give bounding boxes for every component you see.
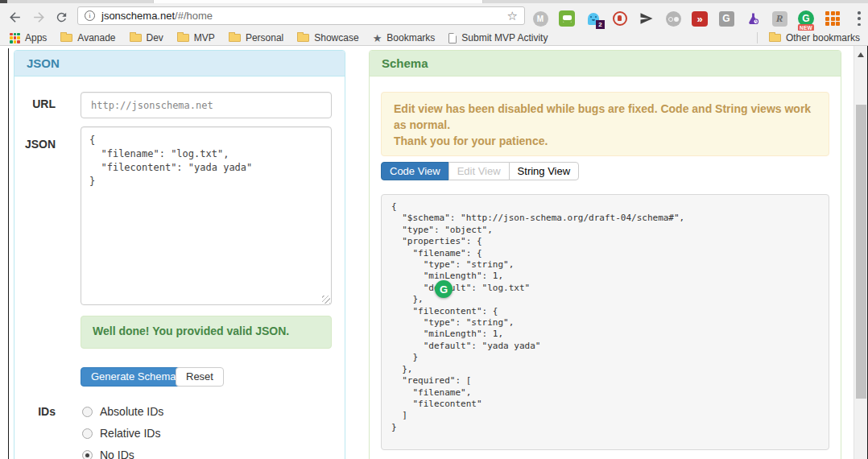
bookmark-folder-personal[interactable]: Personal [229, 32, 283, 43]
ids-label: IDs [14, 403, 56, 420]
grammarly-overlay-icon[interactable]: G [435, 280, 453, 298]
extension-ghostery-icon[interactable]: 2 [585, 10, 601, 27]
edit-view-notice: Edit view has been disabled while bugs a… [381, 92, 829, 156]
generate-schema-button[interactable]: Generate Schema [81, 367, 187, 387]
refresh-button[interactable] [53, 9, 69, 25]
url-label: URL [14, 96, 56, 112]
forward-icon [31, 10, 47, 25]
code-view-button[interactable]: Code View [381, 162, 449, 180]
browser-toolbar: i jsonschema.net /#/home ☆ M 2 [0, 3, 868, 31]
folder-icon [769, 34, 781, 42]
folder-icon [297, 34, 309, 42]
schema-panel: Schema Edit view has been disabled while… [369, 50, 841, 459]
extension-grid-icon[interactable] [825, 10, 841, 27]
bookmarks-separator [757, 32, 758, 43]
extension-printer-icon[interactable] [559, 10, 575, 27]
radio-icon[interactable] [82, 428, 93, 439]
notice-line-2: Thank you for your patience. [394, 133, 816, 149]
url-path: /#/home [175, 10, 213, 22]
radio-relative-ids[interactable]: Relative IDs [82, 427, 160, 440]
kebab-menu-icon [858, 11, 861, 26]
browser-window: i jsonschema.net /#/home ☆ M 2 [0, 0, 868, 459]
url-domain: jsonschema.net [101, 10, 175, 22]
extension-g-icon[interactable]: G [718, 10, 734, 27]
browser-menu-button[interactable] [851, 10, 867, 27]
notice-line-1: Edit view has been disabled while bugs a… [394, 101, 816, 133]
json-textarea[interactable]: { "filename": "log.txt", "filecontent": … [81, 126, 332, 305]
bookmarks-bar: Apps Avanade Dev MVP Personal Showcase ★… [0, 31, 868, 46]
schema-panel-title: Schema [370, 51, 841, 76]
radio-no-ids[interactable]: No IDs [82, 449, 134, 459]
bookmark-folder-mvp[interactable]: MVP [177, 32, 215, 43]
url-input[interactable] [81, 92, 332, 118]
json-panel: JSON URL JSON { "filename": "log.txt", "… [14, 50, 345, 459]
extension-fastforward-icon[interactable]: » [692, 10, 708, 27]
bookmark-folder-avanade[interactable]: Avanade [60, 32, 115, 43]
schema-code-block: { "$schema": "http://json-schema.org/dra… [381, 194, 829, 450]
folder-icon [130, 34, 142, 42]
bookmark-folder-dev[interactable]: Dev [130, 32, 163, 43]
refresh-icon [55, 10, 68, 24]
other-bookmarks-button[interactable]: Other bookmarks [769, 32, 860, 43]
radio-icon-selected[interactable] [82, 450, 93, 459]
json-label: JSON [14, 136, 56, 152]
extension-rocket-icon[interactable] [639, 10, 655, 27]
star-icon: ★ [373, 33, 382, 43]
page-icon [448, 33, 457, 43]
apps-grid-icon [10, 33, 20, 43]
bookmark-apps[interactable]: Apps [10, 32, 47, 43]
bookmark-bookmarks[interactable]: ★ Bookmarks [373, 32, 436, 43]
page-content: JSON URL JSON { "filename": "log.txt", "… [0, 46, 868, 459]
reset-button[interactable]: Reset [176, 367, 224, 387]
extension-glasses-icon[interactable] [665, 10, 681, 27]
extension-flask-icon[interactable] [745, 10, 761, 27]
extension-adblock-hand-icon[interactable] [612, 10, 628, 27]
bookmark-star-icon[interactable]: ☆ [507, 10, 518, 22]
extension-m-icon[interactable]: M [532, 10, 548, 27]
back-icon [7, 10, 23, 25]
page-info-icon[interactable]: i [85, 10, 95, 21]
content-left-edge [8, 48, 9, 459]
json-panel-title: JSON [14, 51, 345, 76]
valid-json-alert: Well done! You provided valid JSON. [81, 316, 332, 349]
folder-icon [60, 34, 72, 42]
scroll-up-arrow-icon[interactable] [858, 52, 864, 57]
view-button-group: Code View Edit View String View [381, 162, 579, 180]
extension-grammarly-icon[interactable]: G NEW [798, 10, 814, 27]
scrollbar-thumb[interactable] [856, 105, 866, 399]
address-bar[interactable]: i jsonschema.net /#/home ☆ [77, 6, 525, 25]
folder-icon [229, 34, 241, 42]
ghostery-badge: 2 [596, 20, 605, 29]
extension-row: M 2 » G [532, 6, 867, 31]
bookmark-submit-mvp[interactable]: Submit MVP Activity [448, 32, 548, 43]
edit-view-button[interactable]: Edit View [448, 162, 510, 180]
string-view-button[interactable]: String View [509, 162, 580, 180]
back-button[interactable] [6, 9, 23, 25]
forward-button[interactable] [31, 9, 47, 25]
radio-icon[interactable] [82, 407, 93, 417]
page-scrollbar[interactable] [854, 46, 867, 459]
extension-r-icon[interactable]: R [771, 10, 787, 27]
radio-absolute-ids[interactable]: Absolute IDs [82, 405, 163, 418]
bookmark-folder-showcase[interactable]: Showcase [297, 32, 358, 43]
schema-code: { "$schema": "http://json-schema.org/dra… [391, 201, 819, 433]
folder-icon [177, 34, 189, 42]
